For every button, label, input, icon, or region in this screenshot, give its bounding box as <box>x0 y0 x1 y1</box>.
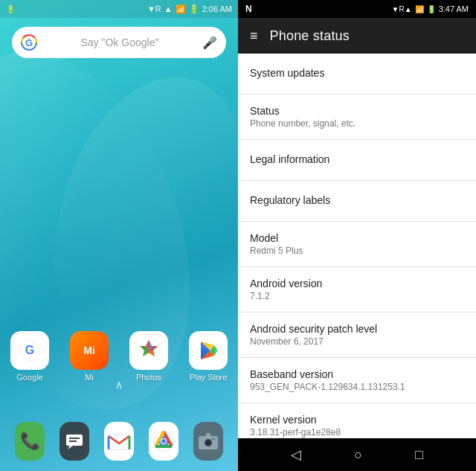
app-grid: G Google Mi Mi Photos <box>0 331 238 382</box>
svg-text:G: G <box>25 344 34 356</box>
dock-chrome[interactable] <box>149 422 178 461</box>
nav-home-button[interactable]: ○ <box>354 447 362 463</box>
mic-icon[interactable]: 🎤 <box>202 36 217 50</box>
left-status-right: ▼R ▲ 📶 🔋 2:06 AM <box>147 4 232 14</box>
left-panel: 🔋 ▼R ▲ 📶 🔋 2:06 AM G Say "Ok Google" 🎤 ∧… <box>0 0 238 471</box>
settings-item-legal-info[interactable]: Legal information <box>238 140 476 181</box>
svg-marker-13 <box>68 446 73 449</box>
app-label-mi: Mi <box>85 373 94 382</box>
settings-item-title: Regulatory labels <box>250 194 464 206</box>
dock-gmail[interactable] <box>104 422 134 461</box>
right-status-left: N <box>245 4 252 14</box>
settings-item-android-version[interactable]: Android version 7.1.2 <box>238 267 476 313</box>
left-time: 2:06 AM <box>202 4 232 13</box>
svg-rect-16 <box>109 435 129 449</box>
app-icon-playstore[interactable]: Play Store <box>189 331 228 382</box>
mi-inner: Mi <box>70 331 109 370</box>
settings-item-subtitle: 3.18.31-perf-ga1e28e8 <box>250 427 464 438</box>
settings-item-title: Legal information <box>250 153 464 165</box>
settings-item-title: Kernel version <box>250 414 464 426</box>
dock-messages[interactable] <box>60 422 89 461</box>
settings-item-system-updates[interactable]: System updates <box>238 54 476 94</box>
right-header: ≡ Phone status <box>238 18 476 54</box>
settings-item-subtitle: Phone number, signal, etc. <box>250 118 464 129</box>
search-placeholder[interactable]: Say "Ok Google" <box>43 36 196 48</box>
page-title: Phone status <box>270 28 350 44</box>
settings-item-model[interactable]: Model Redmi 5 Plus <box>238 222 476 267</box>
app-label-photos: Photos <box>136 373 161 382</box>
settings-item-title: Status <box>250 105 464 117</box>
settings-item-kernel-version[interactable]: Kernel version 3.18.31-perf-ga1e28e8 <box>238 403 476 438</box>
nav-back-button[interactable]: ◁ <box>291 446 301 463</box>
bottom-dock: 📞 <box>0 422 238 461</box>
left-bars-icon: ▲ <box>164 4 173 13</box>
settings-item-subtitle: 953_GEN_PACK-1.129634.1.131253.1 <box>250 382 464 392</box>
app-icon-mi[interactable]: Mi Mi <box>70 331 109 382</box>
svg-rect-27 <box>212 438 215 440</box>
settings-item-title: Baseband version <box>250 368 464 380</box>
settings-item-title: Android version <box>250 278 464 289</box>
left-battery-icon: 🔋 <box>6 5 15 13</box>
right-battery-icon: 🔋 <box>427 5 436 13</box>
settings-item-subtitle: 7.1.2 <box>250 291 464 301</box>
search-bar[interactable]: G Say "Ok Google" 🎤 <box>12 27 226 58</box>
settings-item-title: Android security patch level <box>250 323 464 335</box>
left-signal-icon: ▼R <box>147 4 161 13</box>
app-icon-google[interactable]: G Google <box>10 331 49 382</box>
dock-phone[interactable]: 📞 <box>15 422 45 461</box>
svg-point-26 <box>206 440 211 446</box>
settings-item-baseband-version[interactable]: Baseband version 953_GEN_PACK-1.129634.1… <box>238 358 476 403</box>
right-nav-bar: ◁ ○ □ <box>238 438 476 471</box>
settings-item-subtitle: November 6, 2017 <box>250 336 464 347</box>
right-wifi-icon: 📶 <box>415 5 424 13</box>
left-status-bar: 🔋 ▼R ▲ 📶 🔋 2:06 AM <box>0 0 238 18</box>
left-battery-text-icon: 🔋 <box>189 4 199 14</box>
notification-icon: N <box>245 4 252 14</box>
settings-item-security-patch[interactable]: Android security patch level November 6,… <box>238 313 476 358</box>
app-icon-photos[interactable]: Photos <box>129 331 168 382</box>
right-time: 3:47 AM <box>439 4 469 13</box>
google-logo: G <box>21 34 37 51</box>
right-signal-icon: ▼R▲ <box>392 5 412 13</box>
right-status-bar: N ▼R▲ 📶 🔋 3:47 AM <box>238 0 476 18</box>
svg-rect-12 <box>66 435 83 446</box>
right-panel: N ▼R▲ 📶 🔋 3:47 AM ≡ Phone status System … <box>238 0 476 471</box>
settings-item-subtitle: Redmi 5 Plus <box>250 246 464 256</box>
right-status-right: ▼R▲ 📶 🔋 3:47 AM <box>392 4 469 13</box>
left-status-left: 🔋 <box>6 5 15 13</box>
app-label-playstore: Play Store <box>190 373 228 382</box>
dock-camera[interactable] <box>193 422 223 461</box>
settings-item-title: Model <box>250 232 464 244</box>
settings-item-regulatory-labels[interactable]: Regulatory labels <box>238 181 476 222</box>
settings-list: System updates Status Phone number, sign… <box>238 54 476 438</box>
menu-icon[interactable]: ≡ <box>250 28 258 44</box>
settings-item-status[interactable]: Status Phone number, signal, etc. <box>238 94 476 140</box>
app-label-google: Google <box>16 373 42 382</box>
svg-point-23 <box>161 439 166 443</box>
nav-recents-button[interactable]: □ <box>415 447 423 463</box>
left-wifi-icon: 📶 <box>176 4 186 14</box>
settings-item-title: System updates <box>250 67 464 79</box>
